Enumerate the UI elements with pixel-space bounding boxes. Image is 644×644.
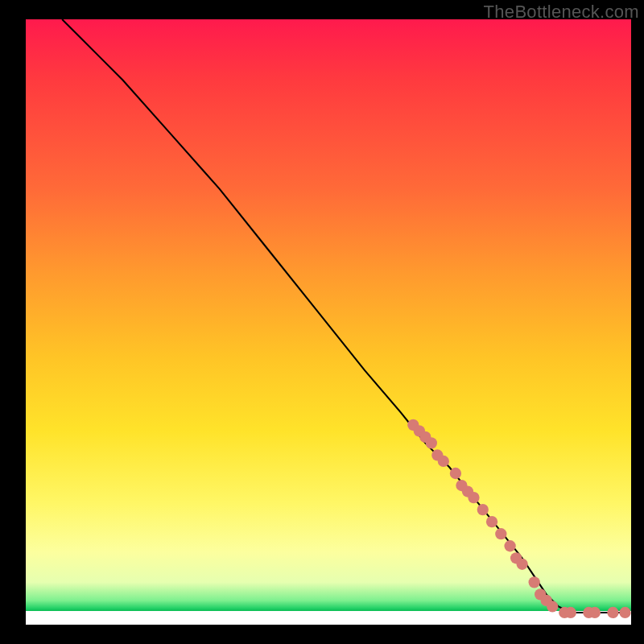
gradient-backdrop [26,19,631,625]
plot-area [26,19,631,625]
chart-stage: TheBottleneck.com [0,0,644,644]
watermark-text: TheBottleneck.com [484,2,639,23]
